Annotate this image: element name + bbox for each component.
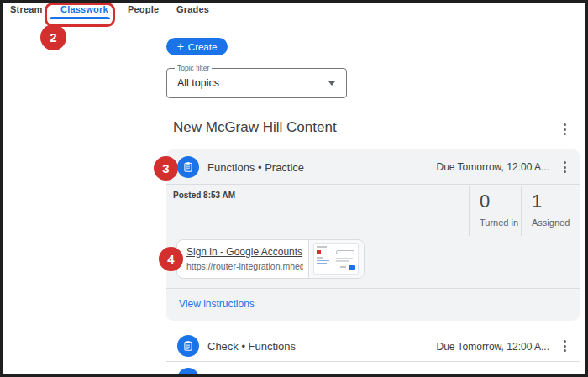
- assignment-more-options-button[interactable]: [556, 159, 573, 175]
- annotation-step-2: 2: [40, 24, 66, 50]
- assignment-more-options-button[interactable]: [556, 338, 573, 354]
- assignment-title: Functions • Practice: [207, 149, 304, 185]
- tab-grades[interactable]: Grades: [176, 3, 209, 18]
- assignment-card-expanded: Functions • Practice Due Tomorrow, 12:00…: [166, 149, 580, 321]
- classroom-classwork-page: Stream Classwork People Grades 2 3 4 + C…: [0, 0, 588, 377]
- topic-filter-value: All topics: [177, 77, 219, 89]
- assigned-stat[interactable]: 1 Assigned: [521, 186, 580, 236]
- attachment-url: https://router-integration.mheduca: [186, 261, 303, 271]
- topic-filter-label: Topic filter: [175, 64, 212, 72]
- thumbnail-detail: [317, 257, 323, 259]
- thumbnail-page: [313, 243, 359, 275]
- thumbnail-logo: [317, 250, 321, 254]
- plus-icon: +: [177, 40, 184, 52]
- divider: [166, 288, 580, 289]
- assignment-stats: 0 Turned in 1 Assigned: [469, 186, 580, 236]
- annotation-step-4: 4: [159, 247, 183, 271]
- turned-in-count: 0: [480, 191, 521, 212]
- thumbnail-detail: [317, 260, 329, 261]
- attachment-title: Sign in - Google Accounts: [186, 246, 303, 258]
- assignment-icon: [177, 156, 199, 178]
- assigned-count: 1: [532, 191, 580, 212]
- create-button[interactable]: + Create: [166, 38, 228, 55]
- tab-stream[interactable]: Stream: [10, 3, 43, 18]
- thumbnail-detail: [336, 260, 349, 262]
- assignment-row[interactable]: Functions • Practice Due Tomorrow, 12:00…: [166, 149, 580, 185]
- assigned-label: Assigned: [532, 217, 580, 228]
- assignment-row[interactable]: Check • Functions Due Tomorrow, 12:00 A.…: [166, 331, 580, 362]
- thumbnail-button: [349, 265, 355, 270]
- thumbnail-detail: [317, 246, 327, 248]
- assignment-icon: [177, 368, 199, 377]
- view-instructions-link[interactable]: View instructions: [179, 298, 255, 310]
- thumbnail-detail: [336, 258, 353, 259]
- posted-timestamp: Posted 8:53 AM: [173, 191, 235, 200]
- turned-in-label: Turned in: [480, 217, 521, 228]
- annotation-step-3: 3: [154, 156, 178, 181]
- thumbnail-input: [336, 250, 354, 254]
- caret-down-icon: [328, 81, 335, 86]
- topic-filter-select[interactable]: Topic filter All topics: [166, 68, 347, 98]
- turned-in-stat[interactable]: 0 Turned in: [469, 186, 521, 236]
- annotation-box-classwork: [45, 3, 115, 27]
- attachment-thumbnail: [308, 240, 364, 278]
- thumbnail-detail: [317, 263, 327, 264]
- assignment-due-date: Due Tomorrow, 12:00 A...: [436, 149, 549, 185]
- attachment-text: Sign in - Google Accounts https://router…: [177, 240, 308, 278]
- attachment-link-card[interactable]: Sign in - Google Accounts https://router…: [176, 239, 365, 279]
- tab-people[interactable]: People: [128, 3, 159, 18]
- section-more-options-button[interactable]: [556, 121, 573, 138]
- assignment-due-date: Due Tomorrow, 12:00 A...: [436, 331, 549, 362]
- create-button-label: Create: [188, 42, 218, 52]
- thumbnail-detail: [340, 266, 346, 268]
- assignment-icon: [177, 335, 199, 357]
- assignment-title: Check • Functions: [207, 331, 296, 362]
- section-title: New McGraw Hill Content: [173, 119, 337, 136]
